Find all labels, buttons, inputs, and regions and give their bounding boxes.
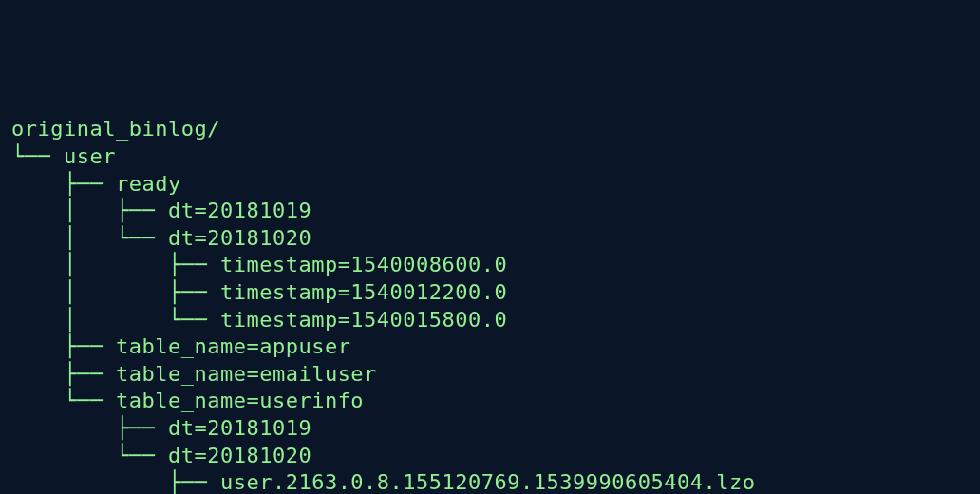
tree-line: └── dt=20181020 bbox=[11, 443, 969, 470]
tree-output: └── user ├── ready │ ├── dt=20181019 │ └… bbox=[11, 143, 969, 494]
tree-line: ├── table_name=emailuser bbox=[11, 361, 969, 389]
tree-line: └── table_name=userinfo bbox=[11, 388, 969, 415]
tree-line: ├── dt=20181019 bbox=[11, 415, 969, 443]
tree-line: │ └── timestamp=1540015800.0 bbox=[11, 307, 969, 334]
tree-line: │ ├── timestamp=1540008600.0 bbox=[11, 252, 969, 279]
tree-root: original_binlog/ bbox=[11, 116, 969, 143]
tree-line: │ └── dt=20181020 bbox=[11, 225, 969, 253]
tree-line: ├── user.2163.0.8.155120769.153999060540… bbox=[11, 469, 969, 494]
tree-line: │ ├── timestamp=1540012200.0 bbox=[11, 279, 969, 307]
tree-line: ├── table_name=appuser bbox=[11, 333, 969, 361]
tree-line: └── user bbox=[11, 143, 969, 171]
tree-line: ├── ready bbox=[11, 171, 969, 199]
tree-line: │ ├── dt=20181019 bbox=[11, 198, 969, 225]
